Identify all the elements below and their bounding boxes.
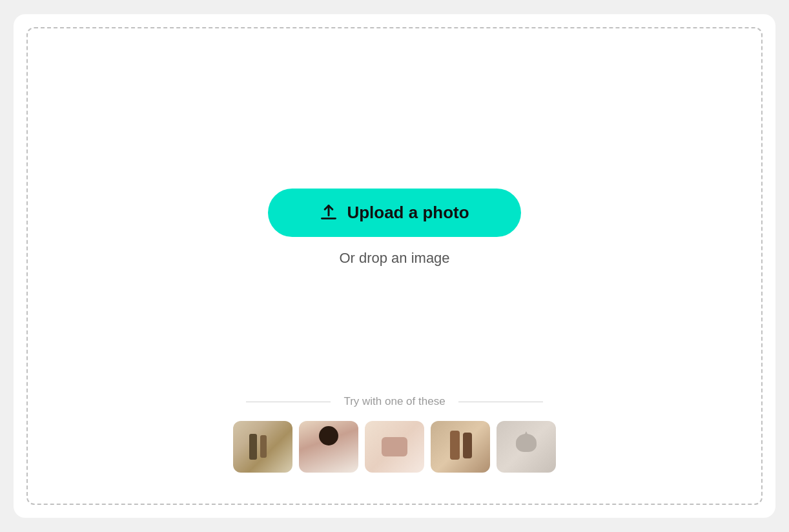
- divider-right: [458, 402, 543, 402]
- outer-container: Upload a photo Or drop an image Try with…: [14, 14, 775, 518]
- upload-button-label: Upload a photo: [347, 203, 469, 223]
- drop-text: Or drop an image: [339, 250, 449, 267]
- sample-label-container: Try with one of these: [246, 395, 543, 408]
- sample-image-cat[interactable]: [497, 421, 556, 473]
- drop-zone[interactable]: Upload a photo Or drop an image Try with…: [26, 27, 763, 505]
- sample-image-purse[interactable]: [365, 421, 424, 473]
- upload-icon: [320, 203, 338, 221]
- divider-left: [246, 402, 331, 402]
- sample-label: Try with one of these: [343, 395, 445, 408]
- sample-image-bottles[interactable]: [233, 421, 292, 473]
- sample-image-woman[interactable]: [299, 421, 358, 473]
- sample-section: Try with one of these: [28, 395, 761, 473]
- sample-images: [233, 421, 556, 473]
- upload-button[interactable]: Upload a photo: [268, 189, 520, 237]
- upload-section: Upload a photo Or drop an image: [268, 189, 520, 267]
- sample-image-cosmetics[interactable]: [431, 421, 490, 473]
